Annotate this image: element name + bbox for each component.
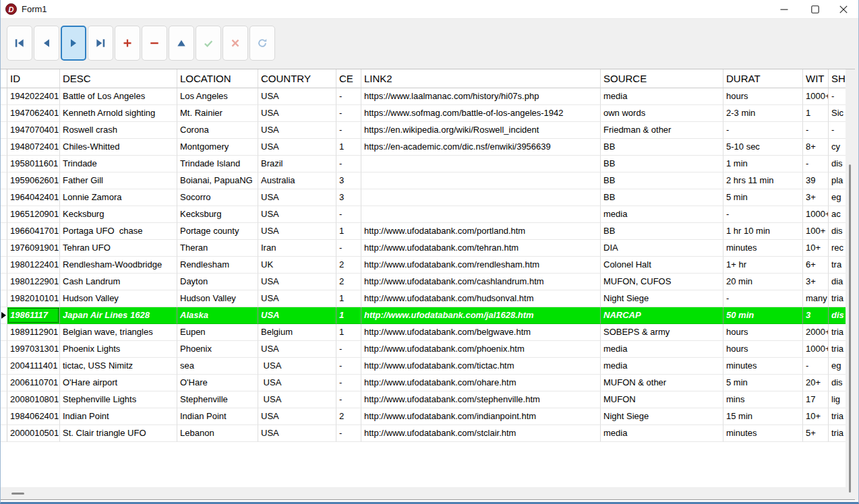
cell-desc[interactable]: St. Clair triangle UFO <box>60 425 177 442</box>
cell-ce[interactable]: 1 <box>336 324 361 341</box>
cell-wit[interactable]: 1000+ <box>803 206 829 223</box>
cell-location[interactable]: Montgomery <box>177 139 258 156</box>
cell-durat[interactable]: hours <box>723 324 803 341</box>
cell-id[interactable]: 1965120901 <box>7 206 60 223</box>
cell-sh[interactable]: eg <box>829 189 846 206</box>
cell-id[interactable]: 1958011601 <box>7 156 60 172</box>
cell-desc[interactable]: Tehran UFO <box>60 240 177 257</box>
cell-desc[interactable]: Lonnie Zamora <box>60 189 177 206</box>
cell-desc[interactable]: Father Gill <box>60 172 177 189</box>
cell-source[interactable]: NARCAP <box>601 307 723 324</box>
cell-ce[interactable]: - <box>336 206 361 223</box>
cell-link2[interactable] <box>361 206 601 223</box>
cell-sh[interactable]: tra <box>829 257 846 274</box>
cell-source[interactable]: MUFON <box>601 391 723 408</box>
cell-durat[interactable]: - <box>723 206 803 223</box>
prior-button[interactable] <box>34 26 59 61</box>
cell-link2[interactable]: http://www.ufodatabank.com/phoenix.htm <box>361 341 601 358</box>
cell-desc[interactable]: Portaga UFO chase <box>60 223 177 240</box>
cell-source[interactable]: media <box>601 425 723 442</box>
cell-ce[interactable]: - <box>336 156 361 172</box>
table-row[interactable]: 1980122901Cash LandrumDaytonUSA2http://w… <box>1 274 846 290</box>
cell-wit[interactable]: 1000+ <box>803 88 829 105</box>
cell-sh[interactable]: eg <box>829 358 846 375</box>
cell-source[interactable]: BB <box>601 156 723 172</box>
cell-id[interactable]: 1980122401 <box>7 257 60 274</box>
cell-wit[interactable]: - <box>803 156 829 172</box>
cell-sh[interactable]: rec <box>829 240 846 257</box>
cell-ce[interactable]: - <box>336 375 361 391</box>
cell-source[interactable]: media <box>601 88 723 105</box>
cell-durat[interactable]: hours <box>723 88 803 105</box>
cell-location[interactable]: O'Hare <box>177 375 258 391</box>
cell-location[interactable]: Hudson Valley <box>177 290 258 307</box>
cell-ce[interactable]: - <box>336 391 361 408</box>
cell-wit[interactable]: 10+ <box>803 408 829 425</box>
table-row[interactable]: 2006110701O'Hare airportO'Hare USA-http:… <box>1 375 846 391</box>
cell-desc[interactable]: Hudson Valley <box>60 290 177 307</box>
cell-id[interactable]: 2000010501 <box>7 425 60 442</box>
cell-location[interactable]: Dayton <box>177 274 258 290</box>
cell-wit[interactable]: 17 <box>803 391 829 408</box>
cell-id[interactable]: 1966041701 <box>7 223 60 240</box>
cell-link2[interactable]: http://www.ufodatabank.com/stephenville.… <box>361 391 601 408</box>
cell-source[interactable]: MUFON, CUFOS <box>601 274 723 290</box>
cell-source[interactable]: SOBEPS & army <box>601 324 723 341</box>
horizontal-scrollbar[interactable] <box>1 487 846 499</box>
cell-link2[interactable]: http://www.ufodatabank.com/jal1628.htm <box>361 307 601 324</box>
post-button[interactable] <box>196 26 221 61</box>
table-row[interactable]: 1984062401Indian PointIndian PointUSA2ht… <box>1 408 846 425</box>
cell-link2[interactable]: https://www.sofmag.com/battle-of-los-ang… <box>361 105 601 122</box>
cell-durat[interactable]: minutes <box>723 358 803 375</box>
cell-wit[interactable]: 5+ <box>803 425 829 442</box>
cell-desc[interactable]: Phoenix Lights <box>60 341 177 358</box>
cell-sh[interactable]: - <box>829 122 846 139</box>
table-row[interactable]: 2000010501St. Clair triangle UFOLebanonU… <box>1 425 846 442</box>
cell-ce[interactable]: 1 <box>336 223 361 240</box>
cell-link2[interactable]: http://www.ufodatabank.com/rendlesham.ht… <box>361 257 601 274</box>
cell-desc[interactable]: tictac, USS Nimitz <box>60 358 177 375</box>
cell-sh[interactable]: lig <box>829 391 846 408</box>
cell-id[interactable]: 1989112901 <box>7 324 60 341</box>
column-header-source[interactable]: SOURCE <box>601 69 723 88</box>
cell-desc[interactable]: O'Hare airport <box>60 375 177 391</box>
cell-link2[interactable]: https://www.laalmanac.com/history/hi07s.… <box>361 88 601 105</box>
cell-durat[interactable]: 5-10 sec <box>723 139 803 156</box>
cell-desc[interactable]: Indian Point <box>60 408 177 425</box>
cell-id[interactable]: 1947062401 <box>7 105 60 122</box>
table-row[interactable]: 2008010801Stephenville LightsStephenvill… <box>1 391 846 408</box>
close-button[interactable] <box>828 0 859 19</box>
cell-ce[interactable]: 1 <box>336 290 361 307</box>
cell-wit[interactable]: 1 <box>803 105 829 122</box>
next-button[interactable] <box>61 26 86 61</box>
cell-ce[interactable]: 2 <box>336 257 361 274</box>
cell-wit[interactable]: 6+ <box>803 257 829 274</box>
last-button[interactable] <box>88 26 113 61</box>
cell-ce[interactable]: 1 <box>336 307 361 324</box>
cell-ce[interactable]: - <box>336 358 361 375</box>
cell-desc[interactable]: Stephenville Lights <box>60 391 177 408</box>
cell-source[interactable]: own words <box>601 105 723 122</box>
cell-sh[interactable]: tria <box>829 408 846 425</box>
cell-sh[interactable]: tria <box>829 425 846 442</box>
cell-wit[interactable]: 8+ <box>803 139 829 156</box>
cell-desc[interactable]: Kecksburg <box>60 206 177 223</box>
edit-button[interactable] <box>169 26 194 61</box>
cell-link2[interactable]: http://www.ufodatabank.com/tehran.htm <box>361 240 601 257</box>
cell-wit[interactable]: 2000+ <box>803 324 829 341</box>
cell-country[interactable]: USA <box>258 307 336 324</box>
cell-ce[interactable]: - <box>336 105 361 122</box>
cell-location[interactable]: Kecksburg <box>177 206 258 223</box>
cell-source[interactable]: Night Siege <box>601 290 723 307</box>
cell-country[interactable]: USA <box>258 139 336 156</box>
cell-sh[interactable]: dis <box>829 307 846 324</box>
cell-location[interactable]: Stephenville <box>177 391 258 408</box>
cell-ce[interactable]: - <box>336 88 361 105</box>
cell-country[interactable]: USA <box>258 206 336 223</box>
cell-wit[interactable]: 10+ <box>803 240 829 257</box>
delete-button[interactable] <box>142 26 167 61</box>
cell-link2[interactable]: http://www.ufodatabank.com/cashlandrum.h… <box>361 274 601 290</box>
cell-durat[interactable]: 1+ hr <box>723 257 803 274</box>
cell-durat[interactable]: minutes <box>723 240 803 257</box>
cell-id[interactable]: 2006110701 <box>7 375 60 391</box>
